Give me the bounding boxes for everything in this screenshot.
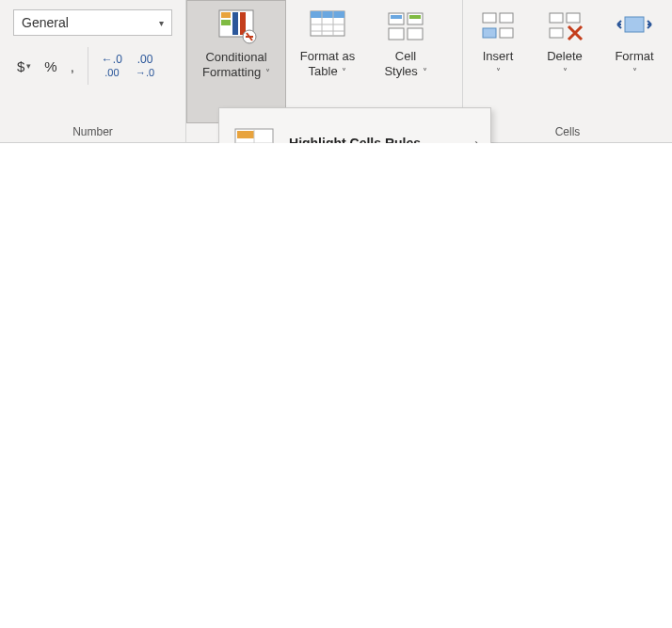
menu-item-label: Highlight Cells Rules — [289, 136, 421, 143]
format-as-table-icon — [307, 6, 348, 47]
svg-rect-26 — [550, 28, 563, 38]
cell-styles-button[interactable]: Cell Styles ˅ — [369, 0, 442, 123]
svg-rect-16 — [389, 28, 404, 40]
chevron-down-icon: ˅ — [420, 67, 427, 77]
percent-format-button[interactable]: % — [40, 56, 60, 77]
conditional-formatting-icon — [216, 7, 257, 48]
svg-rect-19 — [409, 15, 421, 19]
svg-rect-24 — [550, 13, 563, 23]
conditional-formatting-menu: ≤> Highlight Cells Rules › 10 Top/Bottom… — [218, 107, 491, 143]
chevron-down-icon: ˅ — [340, 67, 347, 77]
svg-rect-1 — [221, 12, 231, 18]
cells-group: Insert˅ Delete˅ — [463, 0, 672, 142]
number-group: General ▾ $ ▾ % , ←.0.00 .00→.0 Number — [0, 0, 186, 142]
svg-rect-4 — [221, 20, 231, 25]
chevron-down-icon: ˅ — [496, 67, 501, 77]
cells-group-label: Cells — [463, 123, 672, 142]
chevron-down-icon: ▾ — [159, 18, 164, 28]
highlight-cells-icon: ≤> — [232, 121, 276, 143]
insert-label: Insert˅ — [483, 49, 514, 82]
insert-cells-icon — [477, 6, 519, 47]
increase-decimal-button[interactable]: ←.0.00 — [98, 52, 126, 79]
svg-rect-2 — [232, 12, 238, 35]
delete-label: Delete˅ — [547, 49, 583, 82]
conditional-formatting-button[interactable]: Conditional Formatting ˅ — [186, 0, 286, 123]
number-group-label: Number — [0, 123, 185, 142]
decrease-decimal-button[interactable]: .00→.0 — [132, 52, 158, 79]
cell-styles-icon — [385, 6, 426, 47]
delete-button[interactable]: Delete˅ — [531, 0, 599, 123]
insert-button[interactable]: Insert˅ — [465, 0, 531, 123]
chevron-down-icon: ▾ — [26, 61, 31, 71]
format-cells-icon — [614, 6, 655, 47]
number-format-value: General — [22, 15, 69, 30]
chevron-down-icon: ˅ — [563, 67, 568, 77]
svg-rect-20 — [483, 13, 496, 23]
svg-rect-23 — [500, 28, 513, 38]
conditional-formatting-label: Conditional Formatting ˅ — [202, 50, 270, 83]
svg-rect-21 — [500, 13, 513, 23]
svg-rect-22 — [483, 28, 496, 38]
number-format-select[interactable]: General ▾ — [13, 9, 172, 36]
svg-rect-25 — [567, 13, 580, 23]
cell-styles-label: Cell Styles ˅ — [384, 49, 426, 82]
svg-rect-27 — [625, 17, 644, 32]
chevron-down-icon: ˅ — [263, 68, 270, 78]
svg-rect-18 — [391, 15, 402, 19]
accounting-format-button[interactable]: $ ▾ — [13, 56, 35, 77]
svg-rect-9 — [311, 11, 344, 18]
format-button[interactable]: Format˅ — [599, 0, 670, 123]
format-label: Format˅ — [615, 49, 653, 82]
format-as-table-button[interactable]: Format as Table ˅ — [286, 0, 369, 123]
chevron-down-icon: ˅ — [632, 67, 637, 77]
menu-highlight-cells-rules[interactable]: ≤> Highlight Cells Rules › — [219, 112, 490, 143]
comma-style-button[interactable]: , — [67, 56, 78, 77]
svg-rect-17 — [408, 28, 423, 40]
svg-rect-29 — [237, 131, 254, 138]
delete-cells-icon — [544, 6, 585, 47]
chevron-right-icon: › — [474, 136, 479, 143]
format-as-table-label: Format as Table ˅ — [300, 49, 356, 82]
